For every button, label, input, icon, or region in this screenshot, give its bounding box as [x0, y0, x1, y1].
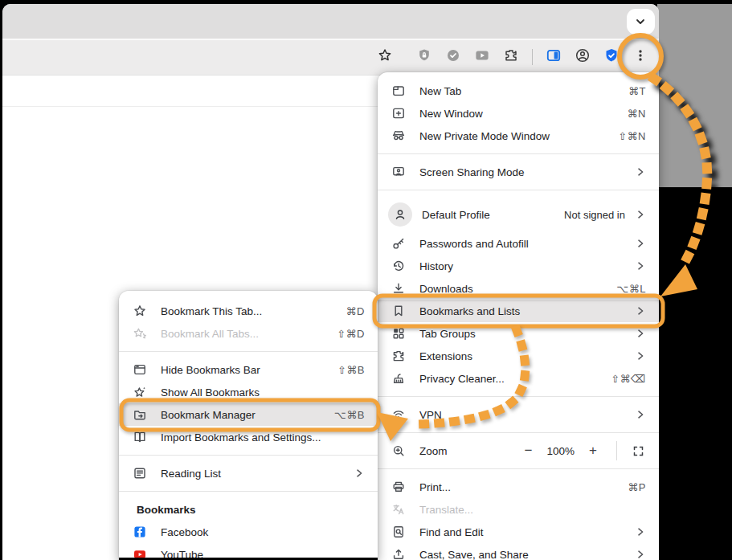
extensions-puzzle-icon — [503, 47, 519, 67]
menu-item-label: Bookmarks and Lists — [419, 305, 635, 317]
menu-item-label: Show All Bookmarks — [161, 386, 365, 399]
chevron-right-icon — [354, 468, 365, 479]
bookmarks-menu-item-bookmark-all-tabs: Bookmark All Tabs...⇧⌘D — [119, 322, 378, 345]
annotation-arrowhead-1 — [660, 264, 697, 296]
incognito-icon — [391, 128, 407, 144]
menu-item-label: Screen Sharing Mode — [419, 166, 635, 178]
bookmark-icon — [391, 303, 407, 319]
sidebar-toggle-button[interactable] — [539, 43, 568, 72]
chevron-down-icon — [634, 14, 648, 29]
chevron-right-icon — [635, 209, 646, 220]
printer-icon — [391, 479, 407, 495]
main-menu-item-passwords-and-autofill[interactable]: Passwords and Autofill — [378, 232, 659, 255]
bookmarks-menu-item-bookmark-manager[interactable]: Bookmark Manager⌥⌘B — [119, 403, 378, 426]
main-menu-item-history[interactable]: History — [378, 255, 659, 277]
main-menu-item-vpn[interactable]: VPN — [378, 403, 659, 426]
bookmarks-menu-item-show-all-bookmarks[interactable]: Show All Bookmarks — [119, 381, 378, 403]
bookmarks-bar-icon — [132, 362, 148, 378]
main-menu-item-print[interactable]: Print...⌘P — [378, 476, 659, 498]
menu-separator — [378, 190, 659, 190]
menu-item-label: Default Profile — [422, 209, 564, 221]
main-menu-item-privacy-cleaner[interactable]: Privacy Cleaner...⇧⌘⌫ — [378, 367, 659, 390]
shortcut-label: ⇧⌘N — [618, 130, 646, 142]
menu-item-label: Import Bookmarks and Settings... — [161, 431, 365, 444]
profile-avatar-button[interactable] — [568, 43, 597, 72]
chevron-right-icon — [635, 260, 646, 272]
tab-groups-icon — [391, 325, 407, 341]
chevron-right-icon — [635, 526, 646, 538]
shortcut-label: ⌥⌘B — [334, 409, 365, 421]
menu-item-label: Privacy Cleaner... — [419, 373, 611, 385]
bookmarks-menu-item-import-bookmarks-and-settings[interactable]: Import Bookmarks and Settings... — [119, 426, 378, 448]
menu-item-label: Hide Bookmarks Bar — [161, 364, 337, 376]
menu-item-label: Print... — [419, 481, 628, 493]
extension-badge-check-icon — [445, 47, 461, 67]
shortcut-label: ⌘T — [628, 85, 646, 97]
browser-main-menu: New Tab⌘TNew Window⌘NNew Private Mode Wi… — [378, 72, 659, 560]
puzzle-icon — [391, 348, 407, 364]
extension-badge-check-button[interactable] — [439, 43, 468, 72]
menu-separator — [119, 351, 378, 352]
main-menu-item-new-window[interactable]: New Window⌘N — [378, 102, 659, 125]
extension-video-button[interactable] — [468, 43, 497, 72]
shortcut-label: ⇧⌘B — [337, 364, 365, 376]
main-menu-item-tab-groups[interactable]: Tab Groups — [378, 322, 659, 345]
menu-item-label: Reading List — [161, 468, 354, 480]
main-menu-item-bookmarks-and-lists[interactable]: Bookmarks and Lists — [378, 300, 659, 322]
main-menu-item-extensions[interactable]: Extensions — [378, 345, 659, 367]
chevron-right-icon — [635, 238, 646, 249]
tab-strip — [2, 4, 659, 39]
sidebar-toggle-icon — [546, 47, 562, 67]
extension-video-icon — [474, 47, 490, 67]
chevron-right-icon — [635, 328, 646, 339]
find-icon — [391, 524, 407, 540]
translate-icon — [391, 501, 407, 517]
bookmarks-menu-item-bookmark-this-tab[interactable]: Bookmark This Tab...⌘D — [119, 300, 378, 322]
bookmarks-menu-item-facebook[interactable]: Facebook — [119, 521, 378, 543]
main-menu-item-new-tab[interactable]: New Tab⌘T — [378, 80, 659, 102]
history-icon — [391, 258, 407, 274]
profile-avatar-icon — [388, 202, 412, 227]
key-icon — [391, 235, 407, 251]
menu-item-label: VPN — [419, 409, 635, 421]
main-menu-item-zoom[interactable]: Zoom−100%+ — [378, 439, 659, 462]
menu-item-label: Bookmark Manager — [161, 409, 334, 421]
shortcut-label: ⌘D — [346, 305, 365, 317]
bookmarks-menu-item-hide-bookmarks-bar[interactable]: Hide Bookmarks Bar⇧⌘B — [119, 358, 378, 381]
zoom-divider — [616, 441, 617, 460]
menu-item-label: Cast, Save, and Share — [419, 549, 635, 560]
menu-item-label: Passwords and Autofill — [419, 238, 635, 250]
bookmark-star-button[interactable] — [370, 43, 399, 72]
main-menu-item-downloads[interactable]: Downloads⌥⌘L — [378, 277, 659, 300]
bookmarks-menu-item-reading-list[interactable]: Reading List — [119, 462, 378, 484]
bookmarks-submenu: Bookmark This Tab...⌘DBookmark All Tabs.… — [119, 291, 378, 560]
extensions-puzzle-button[interactable] — [497, 43, 525, 72]
main-menu-item-new-private-mode-window[interactable]: New Private Mode Window⇧⌘N — [378, 125, 659, 147]
main-menu-item-cast-save-and-share[interactable]: Cast, Save, and Share — [378, 543, 659, 560]
menu-item-label: Zoom — [419, 445, 519, 457]
new-tab-icon — [391, 83, 407, 99]
security-shield-button[interactable] — [597, 43, 626, 72]
browser-menu-button-button[interactable] — [626, 43, 655, 72]
menu-item-label: Find and Edit — [419, 526, 635, 538]
star-multi-icon — [132, 325, 148, 341]
menu-item-label: History — [419, 260, 635, 272]
screen-share-icon — [391, 164, 407, 180]
bookmark-manager-icon — [132, 407, 148, 423]
menu-item-label: Facebook — [161, 526, 365, 538]
extension-shield-lock-button[interactable] — [410, 43, 439, 72]
main-menu-item-find-and-edit[interactable]: Find and Edit — [378, 521, 659, 543]
main-menu-item-screen-sharing-mode[interactable]: Screen Sharing Mode — [378, 161, 659, 183]
tab-overflow-button[interactable] — [627, 9, 655, 35]
menu-item-label: Tab Groups — [419, 328, 635, 340]
zoom-out-button[interactable]: − — [519, 443, 537, 459]
zoom-in-button[interactable]: + — [584, 443, 602, 459]
toolbar-divider — [532, 49, 533, 65]
facebook-icon — [132, 524, 148, 540]
main-menu-item-default-profile[interactable]: Default ProfileNot signed in — [378, 197, 659, 232]
fullscreen-button[interactable] — [632, 444, 646, 458]
menu-separator — [378, 153, 659, 154]
cleaner-icon — [391, 370, 407, 386]
import-icon — [132, 429, 148, 445]
star-icon — [132, 303, 148, 319]
